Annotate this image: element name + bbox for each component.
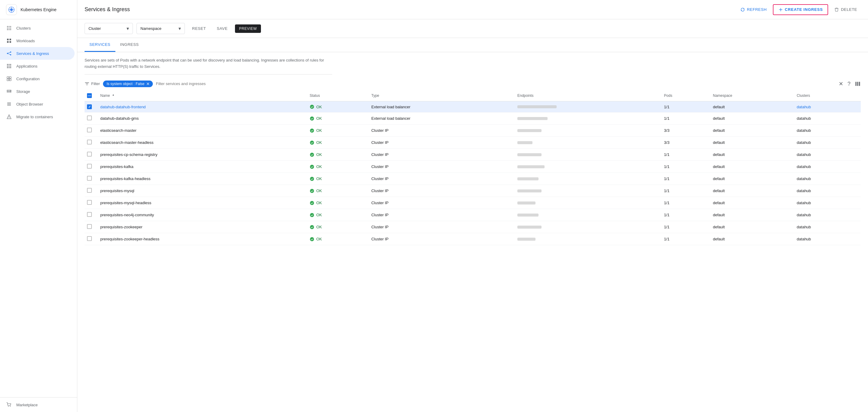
type-cell: External load balancer: [368, 112, 514, 125]
row-checkbox[interactable]: [87, 200, 92, 205]
sidebar-footer[interactable]: Marketplace: [0, 397, 77, 412]
filter-chip[interactable]: Is system object : False ✕: [103, 80, 153, 87]
sidebar-item-clusters[interactable]: Clusters: [0, 22, 74, 34]
cluster-name: datahub: [797, 128, 811, 133]
save-button[interactable]: SAVE: [213, 24, 231, 33]
endpoints-cell: [514, 197, 660, 209]
type-cell: Cluster IP: [368, 161, 514, 173]
pods-cell: 1/1: [660, 101, 709, 112]
table-row: elasticsearch-master-headless OK Cluster…: [85, 137, 861, 149]
table-row: ✓datahub-datahub-frontend OK External lo…: [85, 101, 861, 112]
filter-chip-text: Is system object : False: [106, 82, 144, 86]
columns-icon[interactable]: [855, 81, 861, 87]
namespace-cell: default: [709, 101, 794, 112]
namespace-cell: default: [709, 149, 794, 161]
row-checkbox[interactable]: [87, 212, 92, 217]
sidebar-item-storage[interactable]: Storage: [0, 85, 74, 98]
row-checkbox[interactable]: [87, 224, 92, 229]
configuration-icon: [6, 76, 12, 82]
reset-button[interactable]: RESET: [188, 24, 210, 33]
row-checkbox[interactable]: [87, 164, 92, 169]
filter-input[interactable]: [156, 81, 836, 86]
sidebar-item-migrate[interactable]: Migrate to containers: [0, 110, 74, 123]
row-checkbox[interactable]: ✓: [87, 104, 92, 109]
table-header-pods: Pods: [660, 90, 709, 101]
row-checkbox[interactable]: [87, 140, 92, 144]
namespace-cell: default: [709, 125, 794, 137]
namespace-cell: default: [709, 185, 794, 197]
applications-label: Applications: [16, 64, 37, 68]
ok-status-icon: [310, 201, 314, 205]
row-checkbox[interactable]: [87, 236, 92, 241]
service-name: datahub-datahub-gms: [100, 116, 138, 121]
cluster-link[interactable]: datahub: [797, 105, 811, 109]
description-text: Services are sets of Pods with a network…: [85, 52, 332, 74]
svg-rect-27: [9, 67, 10, 68]
sidebar-item-services-ingress[interactable]: Services & Ingress: [0, 47, 74, 60]
delete-label: DELETE: [841, 7, 857, 12]
svg-rect-13: [7, 41, 8, 43]
type-cell: Cluster IP: [368, 173, 514, 185]
sidebar-item-applications[interactable]: Applications: [0, 60, 74, 72]
services-table: — Name Status Type Endpoints Pods Namesp…: [85, 90, 861, 245]
filter-text: Filter: [91, 81, 100, 86]
namespace-dropdown[interactable]: Namespace ▾: [136, 23, 185, 34]
svg-rect-11: [7, 39, 8, 40]
namespace-dropdown-label: Namespace: [141, 26, 161, 31]
status-cell: OK: [310, 116, 364, 121]
service-name-link[interactable]: datahub-datahub-frontend: [100, 105, 146, 109]
type-cell: Cluster IP: [368, 185, 514, 197]
storage-icon: [6, 89, 12, 94]
type-cell: Cluster IP: [368, 125, 514, 137]
filter-row: Filter Is system object : False ✕ ✕ ?: [85, 78, 861, 90]
table-header-name[interactable]: Name: [97, 90, 306, 101]
namespace-cell: default: [709, 221, 794, 233]
svg-rect-30: [9, 77, 11, 78]
close-filter-icon[interactable]: ✕: [839, 81, 843, 87]
help-icon[interactable]: ?: [847, 81, 850, 87]
sidebar-item-object-browser[interactable]: Object Browser: [0, 98, 74, 110]
filter-actions: ✕ ?: [839, 81, 861, 87]
status-text: OK: [316, 105, 322, 109]
cluster-dropdown[interactable]: Cluster ▾: [85, 23, 133, 34]
header-checkbox[interactable]: —: [87, 93, 92, 98]
svg-rect-46: [779, 9, 782, 10]
row-checkbox[interactable]: [87, 176, 92, 181]
type-cell: Cluster IP: [368, 197, 514, 209]
endpoint-bar: [517, 226, 541, 229]
status-cell: OK: [310, 104, 364, 109]
type-cell: External load balancer: [368, 101, 514, 112]
topbar: Services & Ingress REFRESH CREATE INGRES…: [77, 0, 868, 19]
refresh-button[interactable]: REFRESH: [737, 5, 770, 14]
row-checkbox[interactable]: [87, 188, 92, 193]
filter-chip-close-icon[interactable]: ✕: [146, 82, 150, 86]
ok-status-icon: [310, 164, 314, 169]
marketplace-icon: [6, 402, 12, 408]
preview-button[interactable]: PREVIEW: [235, 25, 261, 33]
save-label: SAVE: [217, 26, 228, 31]
pods-cell: 1/1: [660, 173, 709, 185]
refresh-label: REFRESH: [747, 7, 767, 12]
namespace-chevron-icon: ▾: [179, 26, 181, 31]
sidebar-item-workloads[interactable]: Workloads: [0, 34, 74, 47]
row-checkbox[interactable]: [87, 115, 92, 121]
svg-point-61: [310, 237, 314, 241]
cluster-name: datahub: [797, 201, 811, 205]
pods-cell: 3/3: [660, 137, 709, 149]
namespace-cell: default: [709, 197, 794, 209]
service-name: prerequisites-cp-schema-registry: [100, 152, 157, 157]
create-ingress-button[interactable]: CREATE INGRESS: [773, 4, 829, 15]
row-checkbox[interactable]: [87, 152, 92, 157]
delete-button[interactable]: DELETE: [831, 5, 861, 14]
refresh-icon: [740, 7, 745, 12]
svg-rect-48: [857, 82, 858, 85]
sidebar-item-configuration[interactable]: Configuration: [0, 72, 74, 85]
status-cell: OK: [310, 213, 364, 217]
namespace-cell: default: [709, 137, 794, 149]
row-checkbox[interactable]: [87, 128, 92, 132]
tab-ingress[interactable]: INGRESS: [115, 38, 144, 52]
cluster-cell: datahub: [793, 233, 861, 245]
svg-point-59: [310, 213, 314, 217]
tab-services[interactable]: SERVICES: [85, 38, 115, 52]
cluster-cell: datahub: [793, 112, 861, 125]
